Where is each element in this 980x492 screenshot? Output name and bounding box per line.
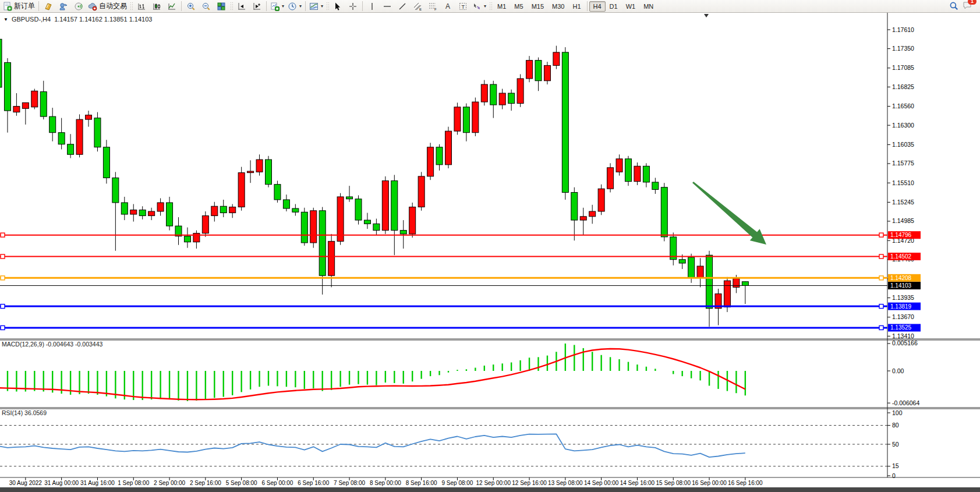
chart-shift-marker[interactable] bbox=[704, 14, 709, 17]
macd-pane[interactable] bbox=[0, 344, 745, 401]
candle bbox=[184, 236, 190, 242]
chart-canvas[interactable]: 1.176101.173501.170851.168251.165601.163… bbox=[0, 0, 980, 492]
svg-text:5 Sep 08:00: 5 Sep 08:00 bbox=[226, 480, 257, 486]
svg-text:6 Sep 00:00: 6 Sep 00:00 bbox=[261, 480, 293, 486]
candle bbox=[68, 144, 74, 155]
svg-text:1.16035: 1.16035 bbox=[892, 141, 914, 148]
candle bbox=[157, 203, 164, 211]
svg-text:16 Sep 00:00: 16 Sep 00:00 bbox=[692, 480, 727, 486]
candle bbox=[346, 197, 353, 199]
candle bbox=[256, 160, 263, 172]
candle bbox=[643, 166, 649, 182]
rsi-pane[interactable] bbox=[0, 426, 887, 466]
svg-text:12 Sep 00:00: 12 Sep 00:00 bbox=[476, 480, 511, 486]
symbol-period-label: GBPUSD-,H4 bbox=[12, 16, 51, 23]
hline-handle[interactable] bbox=[879, 325, 883, 330]
candle bbox=[76, 119, 83, 154]
svg-text:1.17350: 1.17350 bbox=[892, 45, 914, 52]
hline-handle[interactable] bbox=[879, 254, 883, 259]
candle bbox=[526, 61, 533, 79]
candle bbox=[167, 203, 173, 226]
svg-text:1.14103: 1.14103 bbox=[890, 282, 912, 289]
svg-text:1.16825: 1.16825 bbox=[892, 83, 914, 90]
hline-handle[interactable] bbox=[1, 305, 5, 309]
candle bbox=[13, 107, 20, 112]
candlestick-series bbox=[0, 38, 748, 327]
candle bbox=[382, 180, 388, 230]
svg-text:1.13670: 1.13670 bbox=[892, 313, 914, 320]
candle bbox=[706, 255, 713, 308]
svg-text:14 Sep 16:00: 14 Sep 16:00 bbox=[620, 480, 655, 486]
candle bbox=[598, 189, 604, 211]
svg-text:1.13935: 1.13935 bbox=[892, 294, 914, 301]
candle bbox=[229, 207, 236, 213]
svg-text:31 Aug 16:00: 31 Aug 16:00 bbox=[80, 480, 115, 486]
hline-handle[interactable] bbox=[1, 233, 5, 237]
hline-handle[interactable] bbox=[879, 233, 883, 237]
svg-text:1 Sep 08:00: 1 Sep 08:00 bbox=[118, 480, 149, 486]
svg-text:15 Sep 08:00: 15 Sep 08:00 bbox=[656, 480, 691, 486]
candle bbox=[247, 171, 254, 173]
hline-handle[interactable] bbox=[1, 276, 5, 280]
candle bbox=[625, 159, 632, 182]
macd-signal-line bbox=[0, 349, 745, 399]
svg-text:6 Sep 16:00: 6 Sep 16:00 bbox=[298, 480, 329, 486]
candle bbox=[238, 173, 245, 207]
svg-text:1.13819: 1.13819 bbox=[890, 303, 912, 310]
macd-indicator-label: MACD(12,26,9) -0.004643 -0.003443 bbox=[2, 341, 102, 348]
candle bbox=[607, 168, 614, 189]
hline-handle[interactable] bbox=[1, 254, 5, 259]
svg-text:15: 15 bbox=[892, 462, 899, 469]
svg-text:0: 0 bbox=[892, 472, 896, 479]
candle bbox=[94, 118, 101, 147]
time-axis[interactable]: 30 Aug 202231 Aug 00:0031 Aug 16:001 Sep… bbox=[9, 477, 763, 486]
candle bbox=[373, 224, 380, 230]
svg-text:1.14502: 1.14502 bbox=[890, 253, 912, 260]
hline-handle[interactable] bbox=[879, 276, 883, 280]
candle bbox=[490, 84, 497, 105]
candle bbox=[220, 206, 227, 213]
candle bbox=[274, 185, 281, 200]
horizontal-lines[interactable]: 1.147961.145021.142081.141031.138191.135… bbox=[0, 231, 921, 331]
svg-text:1.14985: 1.14985 bbox=[892, 217, 914, 224]
svg-text:100: 100 bbox=[892, 409, 903, 416]
candle bbox=[49, 116, 56, 133]
hline-handle[interactable] bbox=[879, 305, 883, 309]
svg-text:2 Sep 16:00: 2 Sep 16:00 bbox=[190, 480, 221, 486]
svg-text:31 Aug 00:00: 31 Aug 00:00 bbox=[44, 480, 79, 486]
candle bbox=[409, 207, 416, 234]
candle bbox=[733, 278, 740, 287]
candle bbox=[427, 147, 434, 176]
chart-header: ▼ GBPUSD-,H4 1.14157 1.14162 1.13851 1.1… bbox=[3, 16, 152, 23]
candle bbox=[571, 192, 578, 220]
svg-text:1.15510: 1.15510 bbox=[892, 179, 914, 186]
svg-text:1.14796: 1.14796 bbox=[890, 232, 912, 238]
svg-text:1.15775: 1.15775 bbox=[892, 160, 914, 167]
candle bbox=[40, 92, 47, 117]
candle bbox=[310, 211, 317, 243]
candle bbox=[553, 52, 560, 66]
svg-text:2 Sep 00:00: 2 Sep 00:00 bbox=[154, 480, 185, 486]
candle bbox=[634, 166, 641, 181]
hline-handle[interactable] bbox=[1, 325, 5, 330]
candle bbox=[463, 107, 469, 133]
candle bbox=[580, 217, 586, 220]
candle bbox=[652, 182, 659, 190]
candle bbox=[328, 241, 335, 275]
candle bbox=[535, 61, 542, 81]
collapse-triangle-icon[interactable]: ▼ bbox=[3, 17, 8, 22]
svg-text:8 Sep 16:00: 8 Sep 16:00 bbox=[406, 480, 437, 486]
candle bbox=[589, 211, 596, 217]
svg-text:12 Sep 16:00: 12 Sep 16:00 bbox=[512, 480, 547, 486]
rsi-line bbox=[0, 434, 745, 458]
candle bbox=[562, 52, 568, 193]
svg-text:1.17610: 1.17610 bbox=[892, 26, 914, 33]
svg-text:14 Sep 00:00: 14 Sep 00:00 bbox=[584, 480, 619, 486]
candle bbox=[202, 216, 208, 233]
candle bbox=[31, 91, 38, 107]
candle bbox=[472, 102, 479, 133]
candle bbox=[22, 102, 29, 108]
candle bbox=[391, 180, 398, 230]
candle bbox=[319, 211, 326, 276]
price-axis[interactable]: 1.176101.173501.170851.168251.165601.163… bbox=[887, 26, 919, 479]
